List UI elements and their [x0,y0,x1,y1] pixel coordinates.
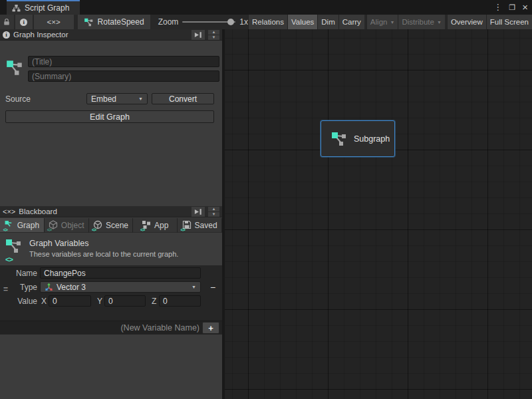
graph-inspector-title: Graph Inspector [13,31,68,39]
panel-scroll-arrows: ▲ ▼ [208,207,219,217]
graph-variables-icon: <> [5,238,25,263]
side-panel: i Graph Inspector ▲ ▼ S [0,29,223,399]
dock-icon [194,31,202,39]
breadcrumb[interactable]: RotateSpeed [78,15,150,29]
graph-title-input[interactable] [28,56,219,67]
variable-row: Name = Type Vector 3 ▼ − [0,265,222,321]
app-tab-icon: <> [142,220,152,230]
graph-summary-input[interactable] [28,70,219,82]
full-screen-button[interactable]: Full Screen [486,15,532,29]
zoom-slider-handle[interactable] [227,19,234,25]
graph-toolbar: i <×> RotateSpeed Zoom 1x Relations Valu… [0,15,532,29]
variable-value-row: Value X Y Z [0,295,222,309]
object-tab-icon: <> [49,220,59,230]
lock-icon [3,18,11,26]
graph-variables-title: Graph Variables [29,239,88,248]
subgraph-node[interactable]: Subgraph [321,120,395,157]
blackboard-tabs: <> Graph <> Object [0,218,222,233]
ports-toggle-button[interactable]: <×> [34,15,74,29]
align-button[interactable]: Align▼ [366,15,398,29]
close-icon[interactable]: × [522,0,528,15]
maximize-icon[interactable]: ❐ [509,0,515,15]
blackboard-title: Blackboard [19,207,57,215]
graph-variables-description: These variables are local to the current… [29,250,178,258]
subgraph-node-label: Subgraph [354,134,390,144]
breadcrumb-label: RotateSpeed [98,17,144,27]
blackboard-header: <×> Blackboard ▲ ▼ [0,206,222,217]
tab-title: Script Graph [25,3,69,13]
tab-script-graph[interactable]: Script Graph [7,0,80,15]
value-label: Value [3,297,37,306]
x-value-input[interactable] [49,295,91,307]
edit-graph-button[interactable]: Edit Graph [5,110,214,123]
graph-node-icon [5,58,24,78]
tab-bar: Script Graph ⋮ ❐ × [0,0,532,15]
menu-icon[interactable]: ⋮ [493,0,502,15]
variable-name-row: Name [0,267,222,281]
tab-saved[interactable]: <> Saved [178,218,222,233]
vector3-icon [45,283,53,291]
chevron-down-icon: ▼ [192,285,196,289]
toolbar-buttons: Relations Values Dim Carry Align▼ Distri… [248,15,532,29]
scroll-down-button[interactable]: ▼ [208,35,219,40]
script-graph-icon [12,4,21,13]
variable-type-dropdown[interactable]: Vector 3 ▼ [40,281,201,293]
scroll-up-button[interactable]: ▲ [208,30,219,35]
tab-scene[interactable]: <> Scene [89,218,134,233]
y-value-input[interactable] [104,295,146,307]
add-variable-button[interactable]: + [202,322,219,334]
tab-graph[interactable]: <> Graph [0,218,45,233]
graph-tab-icon: <> [5,220,15,230]
source-label: Source [5,94,31,104]
chevron-down-icon: ▼ [437,20,442,25]
carry-button[interactable]: Carry [338,15,364,29]
dim-button[interactable]: Dim [317,15,338,29]
graph-inspector-header: i Graph Inspector ▲ ▼ [0,29,222,41]
y-label: Y [97,297,102,306]
source-dropdown[interactable]: Embed ▼ [86,93,148,104]
window-controls: ⋮ ❐ × [493,0,528,15]
convert-button[interactable]: Convert [152,93,214,104]
graph-node-icon [84,17,94,27]
zoom-slider[interactable] [182,21,235,23]
overview-button[interactable]: Overview [447,15,486,29]
tab-object[interactable]: <> Object [45,218,89,233]
variable-name-input[interactable] [40,267,201,279]
zoom-control: Zoom 1x [158,15,248,29]
saved-tab-icon: <> [182,220,192,230]
blackboard-icon: <×> [3,207,15,215]
graph-canvas[interactable]: Subgraph [225,29,532,399]
remove-variable-button[interactable]: − [207,282,218,293]
ports-icon: <×> [47,18,61,26]
script-graph-window: Script Graph ⋮ ❐ × i <×> [0,0,532,399]
chevron-down-icon: ▼ [138,96,143,101]
relations-button[interactable]: Relations [248,15,287,29]
subgraph-node-icon [331,130,348,148]
scroll-down-button[interactable]: ▼ [208,212,219,217]
info-icon: i [20,19,27,26]
info-icon: i [3,31,10,39]
new-variable-input[interactable] [4,322,200,334]
scroll-up-button[interactable]: ▲ [208,207,219,211]
distribute-button[interactable]: Distribute▼ [398,15,445,29]
lock-button[interactable] [0,15,14,29]
dock-panel-button[interactable] [192,207,205,217]
z-value-input[interactable] [159,295,201,307]
scene-tab-icon: <> [93,220,103,230]
x-label: X [41,297,47,306]
new-variable-row: + [0,321,222,334]
dock-panel-button[interactable] [192,30,205,40]
type-label: Type [3,283,37,292]
inspector-toggle-button[interactable]: i [15,15,33,29]
z-label: Z [152,297,156,306]
dock-icon [194,208,202,215]
graph-variables-header: <> Graph Variables These variables are l… [0,234,222,265]
panel-scroll-arrows: ▲ ▼ [208,30,219,40]
variable-type-row: = Type Vector 3 ▼ − [0,281,222,295]
chevron-down-icon: ▼ [390,20,394,25]
zoom-label: Zoom [158,17,179,27]
tab-app[interactable]: <> App [133,218,178,233]
zoom-value: 1x [239,17,248,27]
name-label: Name [3,269,37,278]
values-button[interactable]: Values [287,15,317,29]
